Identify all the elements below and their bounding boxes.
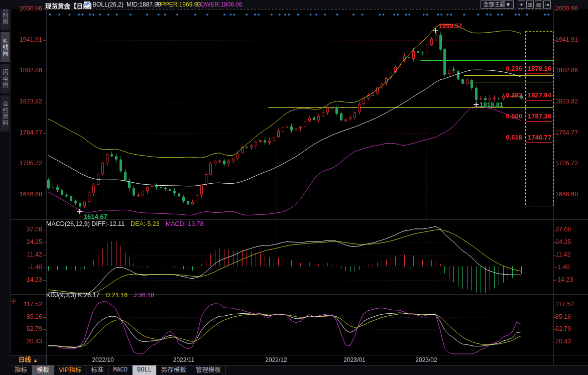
trading-app-window: 现货黄金【日线】 BOLL(26,2) MID:1887.99 UPPER:19… <box>0 0 588 375</box>
template-tab-bar: 指标模板VIP指标标准MACDBOLL另存模板管理模板 <box>10 365 588 375</box>
macd-panel-header: MACD(26,12,9) DIFF:-12.11 DEA:-5.23 MACD… <box>46 220 204 227</box>
crosshair-icon[interactable]: + <box>518 1 525 9</box>
kdj-j-value: J:36.18 <box>134 292 154 299</box>
boll-settings-label: BOLL(26,2) <box>92 1 124 8</box>
template-tab-5[interactable]: BOLL <box>133 365 157 375</box>
template-tab-3[interactable]: 标准 <box>86 365 108 375</box>
period-selector[interactable]: 日线▲ <box>10 355 47 365</box>
sidebar-item-3[interactable]: 合约资料 <box>1 95 10 132</box>
boll-upper-value: UPPER:1969.93 <box>157 1 201 8</box>
candlestick-icon <box>84 2 90 9</box>
kdj-panel-header: KDJ(9,3,3) K:26.17 D:21.16 J:36.18 <box>46 292 154 299</box>
macd-title-and-diff: MACD(26,12,9) DIFF:-12.11 <box>46 220 125 227</box>
triangle-up-icon: ▲ <box>33 357 38 363</box>
template-tab-7[interactable]: 管理模板 <box>191 365 226 375</box>
kdj-title-and-k: KDJ(9,3,3) K:26.17 <box>46 292 99 299</box>
sidebar-item-2[interactable]: 闪电图 <box>1 64 10 93</box>
sidebar: 分时图K线图闪电图合约资料 <box>0 0 11 375</box>
theme-selector-button[interactable]: 全部主题▼ <box>481 1 514 9</box>
kdj-d-value: D:21.16 <box>105 292 128 299</box>
sidebar-item-1[interactable]: K线图 <box>1 32 10 62</box>
header-toolbar: +▥▤⇥ <box>518 1 551 9</box>
period-label: 日线 <box>19 356 31 363</box>
boll-mid-value: MID:1887.99 <box>127 1 161 8</box>
macd-dea-value: DEA:-5.23 <box>131 220 160 227</box>
template-tab-4[interactable]: MACD <box>108 365 133 375</box>
template-tab-0[interactable]: 指标 <box>10 365 32 375</box>
macd-hist-value: MACD:-13.78 <box>166 220 204 227</box>
pan-right-icon[interactable]: ⇥ <box>543 1 551 9</box>
boll-lower-value: LOWER:1806.06 <box>197 1 243 8</box>
template-tab-1[interactable]: 模板 <box>32 365 54 375</box>
chart-canvas[interactable] <box>0 0 588 375</box>
chart-header: 现货黄金【日线】 BOLL(26,2) MID:1887.99 UPPER:19… <box>0 0 588 9</box>
zoom-vertical-icon[interactable]: ▤ <box>535 1 542 9</box>
template-tab-6[interactable]: 另存模板 <box>157 365 191 375</box>
template-tab-2[interactable]: VIP指标 <box>54 365 86 375</box>
zoom-horizontal-icon[interactable]: ▥ <box>526 1 534 9</box>
